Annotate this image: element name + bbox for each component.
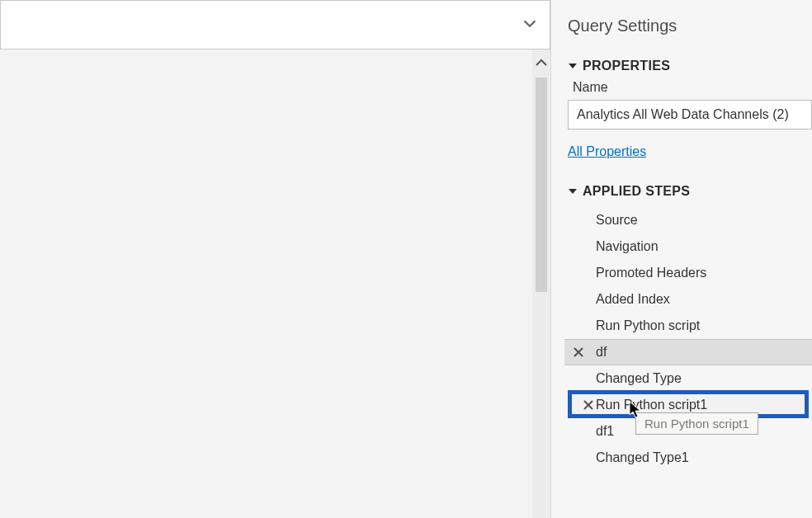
step-navigation[interactable]: Navigation: [568, 233, 812, 260]
properties-header-label: PROPERTIES: [583, 59, 670, 73]
formula-bar-expand[interactable]: [518, 13, 541, 36]
step-changed-type[interactable]: Changed Type: [568, 365, 812, 392]
query-name-input[interactable]: [568, 100, 812, 130]
step-label: Run Python script1: [596, 398, 707, 412]
step-label: df: [596, 345, 607, 360]
left-pane: [0, 0, 551, 518]
delete-step-icon[interactable]: [581, 398, 596, 412]
step-tooltip: Run Python script1: [635, 412, 758, 435]
step-label: df1: [596, 424, 614, 439]
panel-title: Query Settings: [568, 16, 812, 35]
scroll-up-arrow-icon[interactable]: [532, 56, 550, 72]
formula-bar[interactable]: [0, 0, 550, 49]
vertical-scrollbar[interactable]: [532, 49, 550, 518]
step-label: Added Index: [596, 292, 670, 307]
query-settings-panel: Query Settings PROPERTIES Name All Prope…: [551, 0, 812, 518]
chevron-down-icon: [521, 15, 539, 35]
step-run-python-script[interactable]: Run Python script: [568, 313, 812, 339]
app-root: Query Settings PROPERTIES Name All Prope…: [0, 0, 812, 518]
properties-header[interactable]: PROPERTIES: [568, 59, 812, 73]
step-label: Source: [596, 213, 638, 228]
all-properties-link[interactable]: All Properties: [568, 144, 646, 159]
step-label: Changed Type: [596, 371, 682, 386]
step-promoted-headers[interactable]: Promoted Headers: [568, 260, 812, 286]
name-label: Name: [573, 80, 812, 95]
step-df[interactable]: df: [564, 339, 812, 365]
applied-steps-header[interactable]: APPLIED STEPS: [568, 184, 812, 199]
step-changed-type1[interactable]: Changed Type1: [568, 445, 812, 471]
step-added-index[interactable]: Added Index: [568, 286, 812, 313]
step-label: Promoted Headers: [596, 266, 706, 280]
step-source[interactable]: Source: [568, 207, 812, 233]
collapse-triangle-icon: [568, 186, 578, 196]
collapse-triangle-icon: [568, 61, 578, 71]
step-label: Changed Type1: [596, 450, 689, 465]
step-label: Navigation: [596, 239, 659, 254]
step-label: Run Python script: [596, 318, 700, 333]
data-grid-area: [0, 49, 550, 518]
applied-steps-header-label: APPLIED STEPS: [583, 184, 690, 199]
delete-step-icon[interactable]: [571, 345, 586, 360]
scrollbar-thumb[interactable]: [536, 78, 547, 292]
